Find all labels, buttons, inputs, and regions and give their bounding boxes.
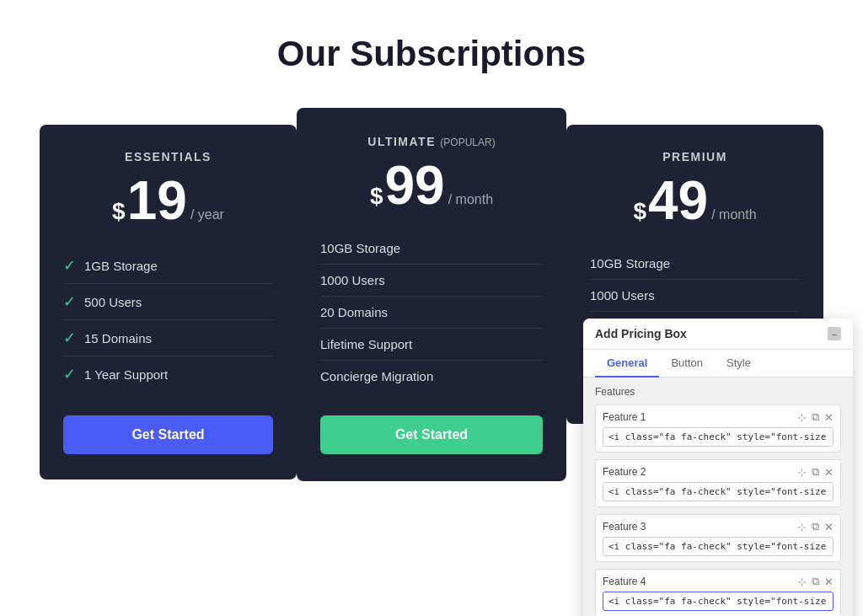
price-dollar-premium: $: [633, 198, 646, 225]
feature-input-4[interactable]: [603, 592, 834, 611]
drag-icon-3[interactable]: ⊹: [797, 521, 807, 533]
list-item: ✓ 1GB Storage: [63, 248, 273, 284]
price-dollar-essentials: $: [112, 198, 126, 225]
pricing-card-essentials: ESSENTIALS $ 19 / year ✓ 1GB Storage ✓ 5…: [40, 125, 297, 479]
panel-tabs: General Button Style: [583, 350, 853, 378]
cards-container: ESSENTIALS $ 19 / year ✓ 1GB Storage ✓ 5…: [19, 108, 844, 481]
feature-entry-1: Feature 1 ⊹ ⧉ ✕: [595, 404, 841, 453]
feature-icons-2: ⊹ ⧉ ✕: [797, 465, 834, 479]
feature-entry-4: Feature 4 ⊹ ⧉ ✕: [595, 569, 841, 616]
tab-general[interactable]: General: [595, 350, 659, 378]
check-icon: ✓: [63, 292, 76, 311]
drag-icon-1[interactable]: ⊹: [797, 411, 807, 424]
delete-icon-2[interactable]: ✕: [824, 466, 834, 479]
plan-name-ultimate: ULTIMATE (Popular): [320, 135, 543, 148]
copy-icon-2[interactable]: ⧉: [812, 465, 819, 479]
drag-icon-2[interactable]: ⊹: [797, 466, 807, 479]
list-item: ✓ 15 Domains: [63, 320, 273, 356]
feature-entry-2: Feature 2 ⊹ ⧉ ✕: [595, 459, 841, 507]
list-item: 10GB Storage: [320, 233, 543, 265]
feature-text: 15 Domains: [84, 331, 152, 345]
popular-badge: (Popular): [440, 137, 495, 148]
feature-text: Lifetime Support: [320, 337, 412, 351]
price-row-premium: $ 49 / month: [590, 174, 800, 228]
feature-input-2[interactable]: [603, 482, 834, 501]
feature-text: 20 Domains: [320, 305, 388, 319]
price-amount-premium: 49: [648, 174, 708, 228]
drag-icon-4[interactable]: ⊹: [797, 576, 807, 588]
price-amount-essentials: 19: [127, 174, 187, 228]
minimize-button[interactable]: ‒: [828, 327, 841, 340]
price-amount-ultimate: 99: [385, 158, 445, 212]
feature-text: 1000 Users: [320, 273, 385, 287]
delete-icon-3[interactable]: ✕: [824, 521, 834, 533]
tab-style[interactable]: Style: [715, 350, 763, 378]
feature-entry-header-3: Feature 3 ⊹ ⧉ ✕: [603, 520, 834, 533]
check-icon: ✓: [63, 329, 76, 347]
feature-entry-header-1: Feature 1 ⊹ ⧉ ✕: [603, 410, 834, 424]
plan-name-essentials: ESSENTIALS: [63, 150, 273, 163]
list-item: ✓ 1 Year Support: [63, 356, 273, 392]
price-row-ultimate: $ 99 / month: [320, 158, 543, 212]
price-dollar-ultimate: $: [370, 183, 383, 210]
list-item: 1000 Users: [320, 265, 543, 297]
panel-title: Add Pricing Box: [595, 327, 687, 340]
feature-text: 10GB Storage: [590, 256, 670, 271]
feature-entry-header-4: Feature 4 ⊹ ⧉ ✕: [603, 575, 834, 588]
delete-icon-1[interactable]: ✕: [824, 411, 834, 424]
feature-label-3: Feature 3: [603, 521, 646, 533]
price-period-premium: / month: [711, 207, 756, 222]
check-icon: ✓: [63, 256, 76, 275]
feature-text: 500 Users: [84, 295, 142, 309]
feature-entry-header-2: Feature 2 ⊹ ⧉ ✕: [603, 465, 834, 479]
features-list-ultimate: 10GB Storage 1000 Users 20 Domains Lifet…: [320, 233, 543, 392]
feature-text: 10GB Storage: [320, 241, 400, 255]
plan-name-premium: PREMIUM: [590, 150, 800, 163]
panel-body: Features Feature 1 ⊹ ⧉ ✕ Feature 2: [583, 378, 853, 616]
check-icon: ✓: [63, 365, 76, 383]
feature-text: 1000 Users: [590, 288, 655, 303]
copy-icon-4[interactable]: ⧉: [812, 575, 819, 588]
list-item: ✓ 500 Users: [63, 284, 273, 320]
price-period-ultimate: / month: [448, 192, 493, 207]
list-item: 1000 Users: [590, 280, 800, 312]
list-item: Concierge Migration: [320, 361, 543, 392]
feature-entry-3: Feature 3 ⊹ ⧉ ✕: [595, 514, 841, 562]
feature-label-1: Feature 1: [603, 411, 646, 423]
panel-header: Add Pricing Box ‒: [583, 319, 853, 350]
list-item: 10GB Storage: [590, 248, 800, 280]
features-list-essentials: ✓ 1GB Storage ✓ 500 Users ✓ 15 Domains ✓…: [63, 248, 273, 392]
feature-label-2: Feature 2: [603, 466, 646, 478]
get-started-button-ultimate[interactable]: Get Started: [320, 415, 543, 454]
delete-icon-4[interactable]: ✕: [824, 576, 834, 588]
list-item: Lifetime Support: [320, 329, 543, 361]
feature-text: 1GB Storage: [84, 259, 158, 273]
price-period-essentials: / year: [190, 207, 224, 222]
feature-input-3[interactable]: [603, 537, 834, 556]
copy-icon-1[interactable]: ⧉: [812, 410, 819, 424]
price-row-essentials: $ 19 / year: [63, 174, 273, 228]
feature-text: Concierge Migration: [320, 369, 433, 383]
page-title: Our Subscriptions: [277, 34, 586, 74]
feature-input-1[interactable]: [603, 427, 834, 447]
copy-icon-3[interactable]: ⧉: [812, 520, 819, 533]
add-pricing-panel: Add Pricing Box ‒ General Button Style F…: [583, 319, 853, 616]
feature-icons-1: ⊹ ⧉ ✕: [797, 410, 834, 424]
tab-button[interactable]: Button: [659, 350, 715, 378]
panel-section-title: Features: [595, 386, 841, 398]
feature-icons-4: ⊹ ⧉ ✕: [797, 575, 834, 588]
feature-text: 1 Year Support: [84, 367, 168, 382]
pricing-card-ultimate: ULTIMATE (Popular) $ 99 / month 10GB Sto…: [297, 108, 566, 481]
get-started-button-essentials[interactable]: Get Started: [63, 415, 273, 454]
list-item: 20 Domains: [320, 297, 543, 329]
feature-label-4: Feature 4: [603, 576, 646, 587]
feature-icons-3: ⊹ ⧉ ✕: [797, 520, 834, 533]
